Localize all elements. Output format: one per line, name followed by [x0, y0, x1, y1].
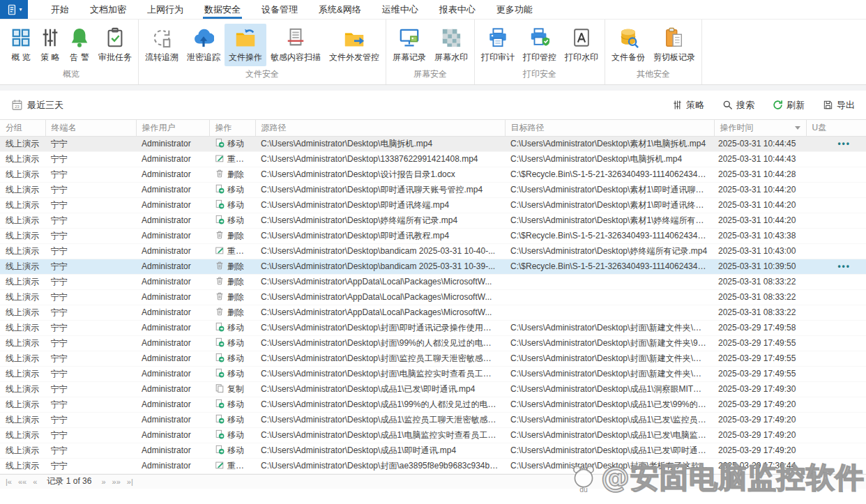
- cell-operation: 移动: [209, 397, 255, 412]
- cell-target-path: C:\Users\Administrator\Desktop\电脑拆机.mp4: [505, 151, 714, 167]
- column-header-1[interactable]: 终端名: [45, 120, 136, 136]
- ribbon-item-flow-trace[interactable]: 流转追溯: [141, 24, 183, 66]
- cell-target-path: [505, 289, 714, 305]
- cell-user: Administrator: [136, 182, 209, 197]
- cell-target-path: C:\Users\Administrator\Desktop\素材1\即时通讯聊…: [505, 182, 714, 197]
- app-menu-button[interactable]: ▾: [0, 0, 28, 19]
- menu-tab-data-security[interactable]: 数据安全: [194, 0, 251, 19]
- ribbon-item-alert[interactable]: 告 警: [65, 24, 94, 66]
- cell-operation: 移动: [209, 335, 255, 351]
- cell-user: Administrator: [136, 443, 209, 458]
- table-row[interactable]: 线上演示宁宁Administrator移动C:\Users\Administra…: [0, 427, 866, 443]
- table-row[interactable]: 线上演示宁宁Administrator移动C:\Users\Administra…: [0, 397, 866, 412]
- column-header-7[interactable]: U盘: [806, 120, 866, 136]
- cell-source-path: C:\Users\Administrator\Desktop\即时通讯聊天账号管…: [255, 182, 505, 197]
- cell-target-path: C:\Users\Administrator\Desktop\成品1\已发\即时…: [505, 443, 714, 458]
- cell-user: Administrator: [136, 274, 209, 289]
- date-filter-button[interactable]: 23 最近三天: [11, 99, 63, 112]
- ribbon-item-policy[interactable]: 策 略: [36, 24, 65, 66]
- ribbon-item-screen-record[interactable]: 屏幕记录: [388, 24, 430, 66]
- table-row[interactable]: 线上演示宁宁Administrator删除C:\Users\Administra…: [0, 259, 866, 274]
- column-header-label: 操作用户: [142, 123, 176, 132]
- ribbon-item-file-backup[interactable]: 文件备份: [607, 24, 649, 66]
- column-header-3[interactable]: 操作: [209, 120, 255, 136]
- export-button[interactable]: 导出: [823, 99, 855, 112]
- ribbon-group-label: 其他安全: [607, 66, 699, 84]
- row-actions-button[interactable]: •••: [812, 261, 860, 271]
- cell-terminal: 宁宁: [45, 335, 136, 351]
- cell-terminal: 宁宁: [45, 412, 136, 427]
- cell-usb: [806, 197, 866, 213]
- pager-prev-page-button[interactable]: ««: [18, 478, 26, 486]
- column-header-2[interactable]: 操作用户: [136, 120, 209, 136]
- table-row[interactable]: 线上演示宁宁Administrator删除C:\Users\Administra…: [0, 274, 866, 289]
- cell-user: Administrator: [136, 351, 209, 366]
- ribbon-item-overview[interactable]: 概 览: [6, 24, 36, 66]
- ribbon-item-file-outgoing[interactable]: 文件外发管控: [325, 24, 383, 66]
- ribbon-item-clipboard-record[interactable]: 剪切板记录: [649, 24, 699, 66]
- table-row[interactable]: 线上演示宁宁Administrator删除C:\Users\Administra…: [0, 228, 866, 243]
- row-actions-button[interactable]: •••: [812, 139, 860, 148]
- menu-tab-doc-encrypt[interactable]: 文档加密: [79, 0, 137, 19]
- operation-label: 删除: [227, 307, 244, 317]
- pager-next-page-button[interactable]: »»: [112, 478, 121, 486]
- menu-tab-device-mgmt[interactable]: 设备管理: [251, 0, 308, 19]
- table-row[interactable]: 线上演示宁宁Administrator复制C:\Users\Administra…: [0, 381, 866, 397]
- ribbon-item-file-ops[interactable]: 文件操作: [225, 24, 266, 66]
- pager-next-button[interactable]: »: [101, 478, 105, 486]
- pager-last-button[interactable]: »|: [127, 478, 133, 486]
- ribbon-item-screen-watermark[interactable]: 屏幕水印: [430, 24, 472, 66]
- operation-label: 移动: [227, 215, 244, 225]
- file-ops-icon: [235, 27, 256, 48]
- table-row[interactable]: 线上演示宁宁Administrator移动C:\Users\Administra…: [0, 335, 866, 351]
- table-row[interactable]: 线上演示宁宁Administrator移动C:\Users\Administra…: [0, 136, 866, 151]
- table-row[interactable]: 线上演示宁宁Administrator重命名C:\Users\Administr…: [0, 243, 866, 259]
- sort-dropdown-icon[interactable]: [795, 126, 800, 130]
- menu-tab-more-features[interactable]: 更多功能: [486, 0, 543, 19]
- ribbon-item-print-audit[interactable]: 打印审计: [477, 24, 519, 66]
- ribbon-group-overview: 概 览策 略告 警审批任务概览: [4, 20, 139, 84]
- search-button[interactable]: 搜索: [722, 99, 754, 112]
- table-row[interactable]: 线上演示宁宁Administrator移动C:\Users\Administra…: [0, 320, 866, 335]
- ribbon-item-print-control[interactable]: 打印管控: [519, 24, 561, 66]
- table-row[interactable]: 线上演示宁宁Administrator移动C:\Users\Administra…: [0, 197, 866, 213]
- ribbon-item-print-watermark[interactable]: 打印水印: [561, 24, 602, 66]
- table-row[interactable]: 线上演示宁宁Administrator移动C:\Users\Administra…: [0, 182, 866, 197]
- policy-button[interactable]: 策略: [672, 99, 704, 112]
- op-move-icon: [215, 445, 225, 455]
- cell-terminal: 宁宁: [45, 243, 136, 259]
- pager-first-button[interactable]: |«: [6, 478, 12, 486]
- table-row[interactable]: 线上演示宁宁Administrator删除C:\Users\Administra…: [0, 289, 866, 305]
- menu-tab-system-network[interactable]: 系统&网络: [308, 0, 372, 19]
- column-header-4[interactable]: 源路径: [255, 120, 505, 136]
- cell-group: 线上演示: [0, 381, 45, 397]
- table-row[interactable]: 线上演示宁宁Administrator移动C:\Users\Administra…: [0, 443, 866, 458]
- column-header-0[interactable]: 分组: [0, 120, 45, 136]
- op-move-icon: [215, 184, 225, 194]
- op-delete-icon: [215, 291, 225, 302]
- table-row[interactable]: 线上演示宁宁Administrator重命名C:\Users\Administr…: [0, 458, 866, 473]
- pager-prev-button[interactable]: «: [33, 478, 37, 486]
- cell-time: 2025-03-31 10:39:50: [714, 259, 806, 274]
- table-row[interactable]: 线上演示宁宁Administrator移动C:\Users\Administra…: [0, 213, 866, 228]
- table-row[interactable]: 线上演示宁宁Administrator删除C:\Users\Administra…: [0, 167, 866, 182]
- cell-usb: [806, 213, 866, 228]
- menu-tab-ops-center[interactable]: 运维中心: [372, 0, 429, 19]
- table-row[interactable]: 线上演示宁宁Administrator移动C:\Users\Administra…: [0, 412, 866, 427]
- refresh-button[interactable]: 刷新: [773, 99, 805, 112]
- menu-tab-net-behavior[interactable]: 上网行为: [137, 0, 194, 19]
- table-row[interactable]: 线上演示宁宁Administrator重命名C:\Users\Administr…: [0, 151, 866, 167]
- cell-usb: [806, 289, 866, 305]
- menu-tab-report-center[interactable]: 报表中心: [429, 0, 486, 19]
- menu-tab-start[interactable]: 开始: [40, 0, 79, 19]
- table-row[interactable]: 线上演示宁宁Administrator移动C:\Users\Administra…: [0, 351, 866, 366]
- ribbon-item-sensitive-scan[interactable]: 敏感内容扫描: [266, 24, 325, 66]
- ribbon-item-approval-task[interactable]: 审批任务: [94, 24, 136, 66]
- operation-label: 删除: [227, 292, 244, 302]
- column-header-6[interactable]: 操作时间: [714, 120, 806, 136]
- ribbon-item-leak-track[interactable]: 泄密追踪: [183, 24, 225, 66]
- table-row[interactable]: 线上演示宁宁Administrator移动C:\Users\Administra…: [0, 366, 866, 381]
- cell-operation: 删除: [209, 289, 255, 305]
- table-row[interactable]: 线上演示宁宁Administrator删除C:\Users\Administra…: [0, 305, 866, 320]
- column-header-5[interactable]: 目标路径: [505, 120, 714, 136]
